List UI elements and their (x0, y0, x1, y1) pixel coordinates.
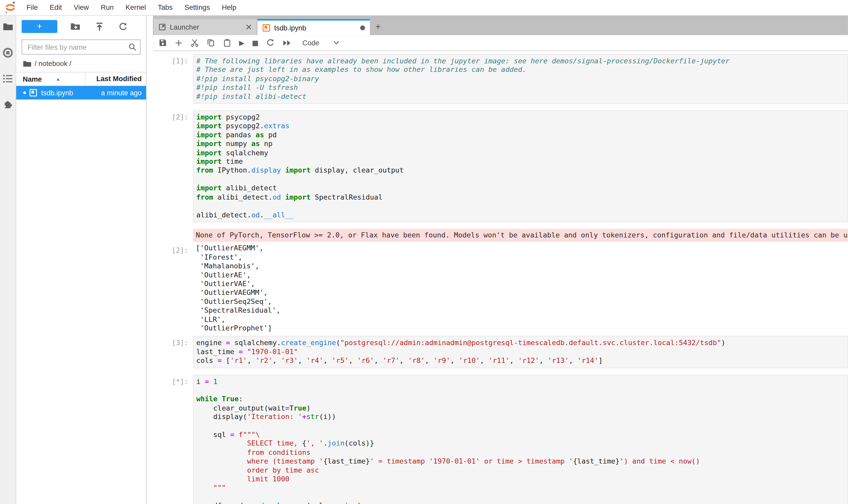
execute-result-row: [2]: ['OutlierAEGMM', 'IForest', 'Mahala… (153, 244, 848, 334)
file-browser-toolbar: + (16, 16, 146, 36)
column-header-last-modified[interactable]: Last Modified (85, 72, 146, 85)
tab-tsdb-ipynb[interactable]: tsdb.ipynb (257, 19, 370, 35)
insert-cell-icon[interactable] (175, 39, 183, 47)
filter-files-box (22, 39, 141, 55)
table-of-contents-icon[interactable] (3, 74, 13, 84)
menu-file[interactable]: File (21, 0, 44, 15)
file-browser-icon[interactable] (3, 22, 13, 32)
output-prompt: [2]: (153, 244, 193, 334)
kernel-running-dot (23, 91, 26, 94)
breadcrumb-path: / notebook / (35, 59, 71, 68)
menu-help[interactable]: Help (216, 0, 242, 15)
menu-edit[interactable]: Edit (44, 0, 68, 15)
menu-view[interactable]: View (68, 0, 95, 15)
code-cell-4-running[interactable]: [*]: i = 1 while True: clear_output(wait… (153, 375, 848, 504)
paste-cells-icon[interactable] (223, 38, 232, 47)
tab-launcher[interactable]: Launcher (153, 19, 257, 35)
execute-result-text: ['OutlierAEGMM', 'IForest', 'Mahalanobis… (193, 244, 848, 334)
tab-label: tsdb.ipynb (274, 24, 306, 32)
launcher-icon (158, 23, 166, 31)
notebook-area: [1]: # The following libraries have alre… (153, 51, 848, 504)
notebook-file-icon (29, 89, 37, 97)
sort-ascending-icon: ▲ (56, 76, 60, 82)
new-folder-button[interactable] (69, 22, 82, 31)
code-cell-1[interactable]: [1]: # The following libraries have alre… (153, 54, 848, 104)
breadcrumb[interactable]: / notebook / (16, 55, 146, 72)
tab-label: Launcher (170, 23, 199, 31)
panel-split-handle[interactable] (146, 16, 153, 504)
notebook-toolbar: ▶ ■ Code (153, 35, 848, 51)
cell-editor[interactable]: engine = sqlalchemy.create_engine("postg… (193, 336, 848, 368)
menu-bar: File Edit View Run Kernel Tabs Settings … (0, 0, 848, 16)
upload-button[interactable] (93, 22, 105, 31)
cell-editor[interactable]: # The following libraries have already b… (193, 54, 848, 104)
cut-cells-icon[interactable] (190, 38, 199, 47)
file-browser-panel: + (16, 16, 146, 504)
stderr-output-row: None of PyTorch, TensorFlow >= 2.0, or F… (153, 229, 848, 242)
tab-bar: Launcher tsdb.ipynb + (153, 16, 848, 35)
menu-settings[interactable]: Settings (178, 0, 216, 15)
input-prompt: [3]: (153, 336, 193, 368)
menu-run[interactable]: Run (95, 0, 120, 15)
restart-run-all-icon[interactable] (283, 39, 292, 46)
search-icon (128, 43, 137, 52)
chevron-down-icon (333, 41, 340, 45)
code-cell-2[interactable]: [2]: import psycopg2 import psycopg2.ext… (153, 110, 848, 222)
jupyter-logo-icon (4, 1, 16, 14)
running-sessions-icon[interactable] (3, 48, 13, 58)
copy-cells-icon[interactable] (206, 38, 215, 47)
activity-bar (0, 16, 16, 504)
file-modified: a minute ago (86, 89, 146, 97)
file-name: tsdb.ipynb (41, 89, 86, 97)
run-cell-icon[interactable]: ▶ (239, 39, 245, 46)
unsaved-changes-dot[interactable] (360, 25, 365, 30)
menu-tabs[interactable]: Tabs (152, 0, 179, 15)
cell-editor[interactable]: i = 1 while True: clear_output(wait=True… (193, 375, 848, 504)
save-icon[interactable] (158, 38, 167, 47)
file-listing-header: Name ▲ Last Modified (16, 72, 146, 86)
jupyterlab-window: File Edit View Run Kernel Tabs Settings … (0, 0, 848, 504)
cell-type-dropdown[interactable]: Code (303, 39, 340, 47)
input-prompt: [1]: (153, 54, 193, 104)
input-prompt: [*]: (153, 375, 193, 504)
code-cell-3[interactable]: [3]: engine = sqlalchemy.create_engine("… (153, 336, 848, 368)
extensions-icon[interactable] (3, 100, 13, 110)
close-icon[interactable] (246, 24, 252, 30)
menu-kernel[interactable]: Kernel (120, 0, 152, 15)
cell-editor[interactable]: import psycopg2 import psycopg2.extras i… (193, 110, 848, 222)
file-row-tsdb-ipynb[interactable]: tsdb.ipynb a minute ago (16, 86, 146, 100)
column-header-name[interactable]: Name ▲ (16, 75, 85, 83)
cell-type-value: Code (303, 39, 319, 47)
filter-files-input[interactable] (26, 42, 128, 52)
notebook-icon (262, 24, 270, 32)
main-dock-panel: Launcher tsdb.ipynb + (153, 16, 848, 504)
new-tab-button[interactable]: + (370, 19, 386, 35)
home-folder-icon (23, 60, 32, 67)
stderr-warning: None of PyTorch, TensorFlow >= 2.0, or F… (193, 229, 848, 242)
new-launcher-button[interactable]: + (22, 20, 57, 33)
input-prompt: [2]: (153, 110, 193, 222)
restart-kernel-icon[interactable] (266, 38, 275, 47)
refresh-button[interactable] (116, 22, 129, 31)
interrupt-kernel-icon[interactable]: ■ (252, 39, 259, 46)
